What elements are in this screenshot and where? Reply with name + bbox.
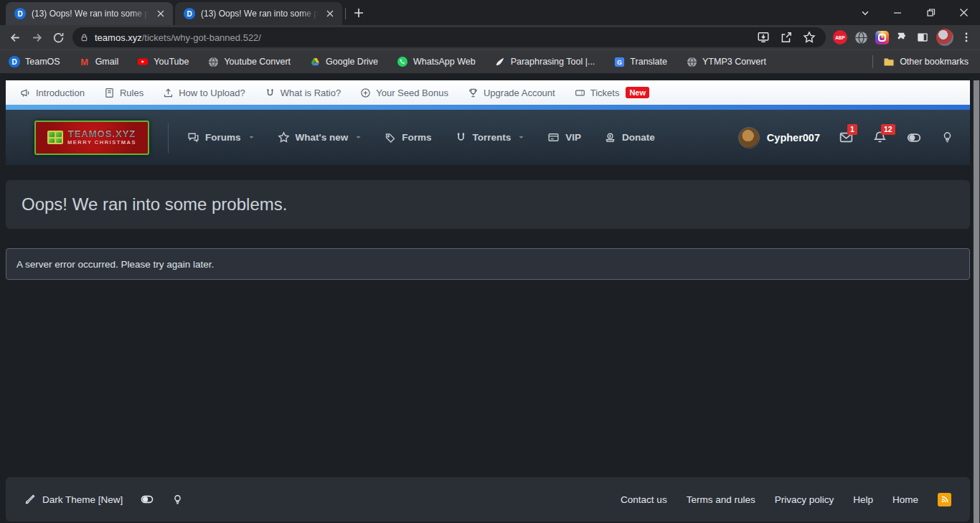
tab-close-icon[interactable] bbox=[154, 7, 167, 20]
subnav-label: How to Upload? bbox=[179, 88, 245, 98]
logo-title: TEAMOS.XYZ bbox=[67, 129, 136, 139]
reload-button[interactable] bbox=[48, 27, 68, 47]
nav-item-forms[interactable]: Forms bbox=[385, 132, 431, 143]
chevron-down-icon bbox=[518, 134, 524, 141]
restore-button[interactable] bbox=[914, 0, 947, 25]
error-message: A server error occurred. Please try agai… bbox=[17, 259, 214, 270]
nav-item-forums[interactable]: Forums bbox=[187, 131, 255, 143]
browser-tab-2[interactable]: D (13) Oops! We ran into some pro bbox=[175, 2, 342, 25]
youtube-icon bbox=[137, 56, 149, 67]
bookmark-translate[interactable]: G Translate bbox=[613, 56, 667, 67]
subnav-label: Your Seed Bonus bbox=[376, 88, 448, 98]
upload-icon bbox=[163, 88, 174, 98]
back-button[interactable] bbox=[5, 27, 25, 47]
subnav-item-introduction[interactable]: Introduction bbox=[20, 88, 85, 98]
footer-link-help[interactable]: Help bbox=[853, 494, 873, 505]
footer-link-privacy[interactable]: Privacy policy bbox=[775, 494, 834, 505]
globe-icon bbox=[686, 56, 697, 67]
media-downloader-icon[interactable] bbox=[875, 31, 889, 44]
adblock-plus-icon[interactable]: ABP bbox=[833, 30, 847, 44]
site-subnav: Introduction Rules How to Upload? What i… bbox=[6, 80, 970, 105]
nav-label: VIP bbox=[565, 132, 581, 143]
other-bookmarks-button[interactable]: Other bookmarks bbox=[883, 56, 969, 67]
bookmark-youtube[interactable]: YouTube bbox=[137, 56, 189, 67]
profile-avatar[interactable] bbox=[936, 29, 953, 46]
rss-button[interactable] bbox=[938, 493, 951, 506]
share-icon[interactable] bbox=[780, 31, 793, 44]
lightbulb-icon bbox=[941, 131, 954, 144]
menu-kebab-icon[interactable] bbox=[961, 32, 972, 43]
footer-theme-toggle[interactable] bbox=[140, 492, 154, 506]
bookmark-google-drive[interactable]: Google Drive bbox=[309, 56, 378, 67]
url-path: /tickets/why-got-banned.522/ bbox=[142, 32, 261, 43]
omnibox-actions bbox=[757, 31, 819, 44]
footer-link-home[interactable]: Home bbox=[892, 494, 918, 505]
inbox-button[interactable]: 1 bbox=[839, 130, 854, 145]
light-mode-button[interactable] bbox=[941, 131, 954, 144]
username[interactable]: Cypher007 bbox=[767, 132, 820, 143]
minimize-button[interactable] bbox=[881, 0, 914, 25]
bookmark-gmail[interactable]: M Gmail bbox=[79, 56, 119, 67]
footer-light-button[interactable] bbox=[171, 494, 184, 506]
globe-extension-icon[interactable] bbox=[854, 31, 868, 44]
subnav-item-what-is-ratio[interactable]: What is Ratio? bbox=[265, 88, 341, 98]
chevron-down-icon bbox=[355, 134, 362, 141]
scrollbar-thumb[interactable] bbox=[974, 80, 979, 523]
tab-title: (13) Oops! We ran into some pro bbox=[32, 9, 149, 19]
bookmark-paraphrasing[interactable]: Paraphrasing Tool |... bbox=[494, 56, 595, 67]
subnav-item-how-to-upload[interactable]: How to Upload? bbox=[163, 88, 245, 98]
subnav-item-rules[interactable]: Rules bbox=[104, 88, 143, 98]
bookmark-label: Translate bbox=[630, 57, 667, 67]
tab-strip: D (13) Oops! We ran into some pro D (13)… bbox=[0, 0, 980, 25]
tab-close-icon[interactable] bbox=[324, 7, 336, 20]
subnav-item-seed-bonus[interactable]: Your Seed Bonus bbox=[360, 88, 448, 98]
footer-link-terms[interactable]: Terms and rules bbox=[687, 494, 755, 505]
browser-tab-1[interactable]: D (13) Oops! We ran into some pro bbox=[6, 2, 173, 25]
nav-item-torrents[interactable]: Torrents bbox=[455, 131, 525, 143]
theme-toggle-button[interactable] bbox=[906, 130, 922, 146]
magnet-icon bbox=[455, 131, 467, 143]
alerts-button[interactable]: 12 bbox=[872, 130, 887, 145]
bookmark-whatsapp[interactable]: WhatsApp Web bbox=[397, 56, 476, 67]
magnet-icon bbox=[265, 88, 275, 98]
subnav-item-upgrade-account[interactable]: Upgrade Account bbox=[468, 88, 555, 98]
bookmark-youtube-convert[interactable]: Youtube Convert bbox=[207, 56, 291, 67]
error-heading-panel: Oops! We ran into some problems. bbox=[6, 180, 970, 229]
nav-item-donate[interactable]: Donate bbox=[604, 131, 655, 143]
close-window-button[interactable] bbox=[947, 0, 980, 25]
side-panel-icon[interactable] bbox=[916, 31, 929, 44]
extensions-puzzle-icon[interactable] bbox=[896, 31, 909, 44]
page-scrollbar[interactable] bbox=[973, 80, 980, 523]
tab-search-chevron-icon[interactable] bbox=[851, 0, 880, 25]
logo-text: TEAMOS.XYZ MERRY CHRISTMAS bbox=[67, 129, 136, 146]
subnav-label: Introduction bbox=[36, 88, 85, 98]
address-bar[interactable]: teamos.xyz/tickets/why-got-banned.522/ bbox=[72, 27, 826, 47]
teamos-logo[interactable]: TEAMOS.XYZ MERRY CHRISTMAS bbox=[34, 121, 149, 155]
teamos-favicon-icon: D bbox=[184, 8, 195, 19]
nav-item-vip[interactable]: VIP bbox=[547, 131, 581, 143]
trophy-icon bbox=[468, 88, 479, 98]
whatsapp-icon bbox=[397, 56, 408, 67]
footer-theme-selector[interactable]: Dark Theme [New] bbox=[24, 494, 123, 505]
nav-item-whats-new[interactable]: What's new bbox=[278, 131, 362, 143]
theme-label: Dark Theme [New] bbox=[42, 494, 123, 505]
bookmark-label: Google Drive bbox=[326, 57, 378, 67]
bookmark-ytmp3[interactable]: YTMP3 Convert bbox=[686, 56, 766, 67]
toggle-icon bbox=[906, 130, 922, 146]
bookmark-label: Youtube Convert bbox=[224, 57, 291, 67]
gmail-icon: M bbox=[79, 56, 90, 67]
downloads-icon[interactable] bbox=[757, 31, 770, 44]
page-viewport: Introduction Rules How to Upload? What i… bbox=[0, 80, 980, 523]
bookmark-teamos[interactable]: D TeamOS bbox=[9, 56, 60, 67]
folder-icon bbox=[883, 56, 895, 67]
new-tab-button[interactable] bbox=[349, 3, 369, 23]
bookmark-star-icon[interactable] bbox=[803, 31, 816, 44]
accent-strip bbox=[6, 105, 970, 110]
subnav-item-tickets[interactable]: Tickets New bbox=[575, 87, 649, 98]
footer-link-contact[interactable]: Contact us bbox=[621, 494, 667, 505]
tab-title: (13) Oops! We ran into some pro bbox=[201, 9, 318, 19]
forward-button[interactable] bbox=[27, 27, 47, 47]
bookmark-label: Gmail bbox=[95, 57, 119, 67]
star-icon bbox=[278, 131, 290, 143]
user-avatar[interactable] bbox=[738, 127, 760, 149]
